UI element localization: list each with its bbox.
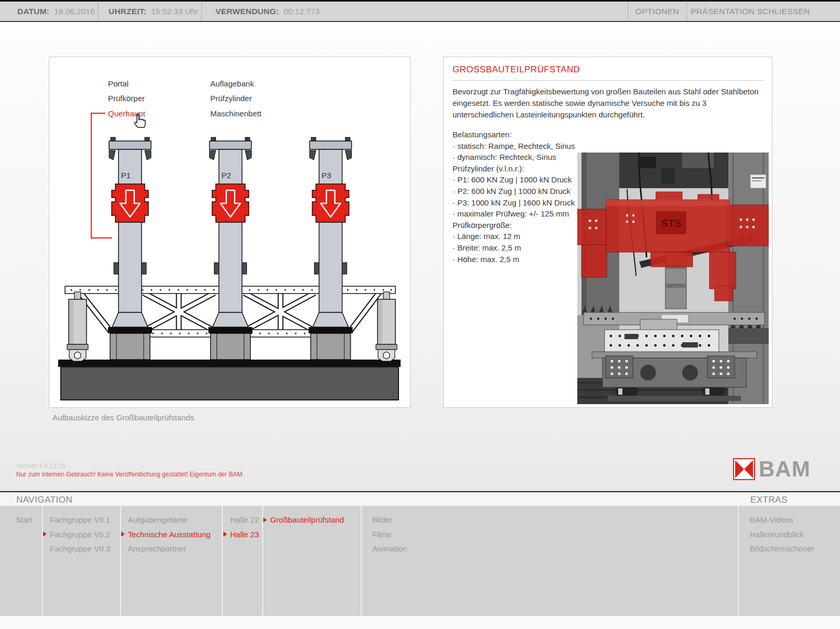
nav-column-divider: [222, 506, 223, 616]
nav-arrow-icon: [223, 517, 230, 523]
description-text: Bevorzugt zur Tragfähigkeitsbewertung vo…: [453, 86, 764, 121]
nav-item-start[interactable]: Start: [9, 513, 33, 527]
nav-column-extras: BAM-Videos Hallenrundblick Bildschirmsch…: [743, 513, 814, 556]
nav-panel: Start Fachgruppe VII.1 Fachgruppe VII.2 …: [0, 506, 840, 616]
nav-arrow-icon: [263, 517, 270, 523]
navigation-header: NAVIGATION: [16, 495, 72, 505]
sketch-label-querhaupt[interactable]: Querhaupt: [108, 109, 145, 118]
date-value: 18.06.2016: [54, 7, 95, 16]
nav-item-technische-ausstattung[interactable]: Technische Ausstattung: [121, 527, 211, 542]
nav-arrow-icon: [121, 517, 128, 523]
nav-arrow-icon: [43, 517, 50, 523]
nav-arrow-icon: [743, 532, 750, 537]
nav-arrow-icon: [43, 532, 50, 537]
nav-arrow-icon: [743, 546, 750, 551]
portal-column-p1: P1: [108, 137, 152, 360]
content-area: P1 P2: [0, 23, 840, 491]
machine-bed: [61, 367, 399, 400]
sketch-label-portal[interactable]: Portal: [108, 79, 128, 88]
nav-column-medien: Bilder Filme Animation: [365, 513, 407, 556]
status-bar: DATUM: 18.06.2016 UHRZEIT: 15:52:33 Uhr …: [0, 2, 840, 22]
nav-column-bereiche: Aufgabengebiete Technische Ausstattung A…: [121, 513, 211, 556]
page-title: GROSSBAUTEILPRÜFSTAND: [453, 64, 580, 75]
date-cell: DATUM: 18.06.2016: [0, 2, 99, 21]
portal-column-p2: P2: [209, 137, 253, 360]
spec-line: · maximaler Prüfweg: +/- 125 mm: [453, 208, 577, 220]
nav-column-start: Start: [9, 513, 33, 527]
portal-column-p3: P3: [309, 137, 353, 360]
nav-column-divider: [738, 506, 739, 616]
usage-value: 00:12:773: [284, 7, 320, 16]
nav-arrow-icon: [223, 532, 230, 537]
nav-arrow-icon: [43, 546, 50, 551]
spec-line: Belastungsarten:: [453, 129, 577, 140]
nav-item-hallenrundblick[interactable]: Hallenrundblick: [743, 527, 814, 542]
nav-item-grossbauteilpruefstand[interactable]: Großbauteilprüfstand: [263, 513, 344, 527]
spec-line: · P3: 1000 kN Zug | 1600 kN Druck: [453, 197, 577, 209]
sketch-label-auflagebank[interactable]: Auflagebank: [210, 79, 254, 88]
outer-cylinder-right: [376, 292, 397, 361]
nav-item-fachgruppe-vii1[interactable]: Fachgruppe VII.1: [43, 513, 110, 527]
nav-item-bilder[interactable]: Bilder: [365, 513, 407, 527]
close-presentation-button[interactable]: PRÄSENTATION SCHLIESSEN: [686, 2, 840, 21]
machine-brand-label: STS: [661, 218, 682, 229]
nav-item-fachgruppe-vii2[interactable]: Fachgruppe VII.2: [43, 527, 110, 542]
spec-line: · statisch: Rampe, Rechteck, Sinus: [453, 140, 577, 152]
spec-line: · Länge: max. 12 m: [453, 231, 577, 242]
time-label: UHRZEIT:: [109, 7, 146, 16]
bam-logo: BAM: [733, 458, 811, 480]
nav-item-aufgabengebiete[interactable]: Aufgabengebiete: [121, 513, 211, 527]
nav-item-fachgruppe-vii3[interactable]: Fachgruppe VII.3: [43, 541, 110, 556]
nav-column-fachgruppen: Fachgruppe VII.1 Fachgruppe VII.2 Fachgr…: [43, 513, 110, 556]
nav-arrow-icon: [121, 532, 128, 537]
spec-line: · P1: 600 KN Zug | 1000 kN Druck: [453, 174, 577, 186]
bam-logo-text: BAM: [759, 458, 811, 480]
nav-item-bildschirmschoner[interactable]: Bildschirmschoner: [743, 541, 814, 556]
nav-arrow-icon: [743, 517, 750, 523]
cylinder-label-p3: P3: [321, 171, 331, 180]
spec-line: · P2: 600 kN Zug | 1000 kN Druck: [453, 186, 577, 197]
spec-line: Prüfzylinder (v.l.n.r.):: [453, 163, 577, 175]
sketch-caption: Aufbauskizze des Großbauteilprüfstands: [52, 413, 194, 422]
time-value: 15:52:33 Uhr: [151, 7, 198, 16]
spec-line: · Breite: max. 2,5 m: [453, 242, 577, 254]
nav-column-divider: [361, 506, 362, 616]
time-cell: UHRZEIT: 15:52:33 Uhr: [99, 2, 202, 21]
usage-label: VERWENDUNG:: [216, 7, 279, 16]
nav-column-stand: Großbauteilprüfstand: [263, 513, 344, 527]
sketch-label-maschinenbett[interactable]: Maschinenbett: [210, 109, 262, 118]
nav-arrow-icon: [365, 532, 372, 537]
usage-cell: VERWENDUNG: 00:12:773: [202, 2, 628, 21]
date-label: DATUM:: [17, 7, 49, 16]
querhaupt-callout-line: [91, 113, 112, 238]
nav-item-halle-23[interactable]: Halle 23: [223, 527, 259, 542]
machine-bed-top: [58, 360, 401, 367]
spec-line: Prüfkörpergröße:: [453, 220, 577, 231]
nav-arrow-icon: [121, 546, 128, 551]
sketch-label-pruefkoerper[interactable]: Prüfkörper: [108, 94, 145, 103]
title-divider: [453, 80, 764, 81]
version-text: Version 1.8.12.15: [16, 462, 65, 470]
test-stand-photo: STS: [577, 153, 769, 404]
options-button[interactable]: OPTIONEN: [628, 2, 686, 21]
sketch-panel: P1 P2: [49, 57, 411, 408]
nav-item-halle-22[interactable]: Halle 22: [223, 513, 259, 527]
nav-item-bam-videos[interactable]: BAM-Videos: [743, 513, 814, 527]
presentation-app: DATUM: 18.06.2016 UHRZEIT: 15:52:33 Uhr …: [0, 0, 840, 629]
cylinder-label-p2: P2: [221, 171, 231, 180]
nav-item-filme[interactable]: Filme: [365, 527, 407, 542]
info-panel: GROSSBAUTEILPRÜFSTAND Bevorzugt zur Trag…: [443, 57, 772, 408]
outer-cylinder-left: [67, 292, 88, 361]
sketch-label-pruefzylinder[interactable]: Prüfzylinder: [210, 94, 252, 103]
nav-arrow-icon: [9, 517, 16, 523]
spec-line: · Höhe: max. 2,5 m: [453, 254, 577, 265]
extras-header: EXTRAS: [750, 495, 788, 505]
spec-line: · dynamisch: Rechteck, Sinus: [453, 151, 577, 163]
nav-column-hallen: Halle 22 Halle 23: [223, 513, 259, 541]
nav-item-animation[interactable]: Animation: [365, 541, 407, 556]
nav-arrow-icon: [365, 546, 372, 551]
spec-list: Belastungsarten: · statisch: Rampe, Rech…: [453, 129, 577, 265]
bottom-strip: [0, 616, 840, 629]
nav-item-ansprechpartner[interactable]: Ansprechpartner: [121, 541, 211, 556]
cylinder-label-p1: P1: [121, 171, 131, 180]
